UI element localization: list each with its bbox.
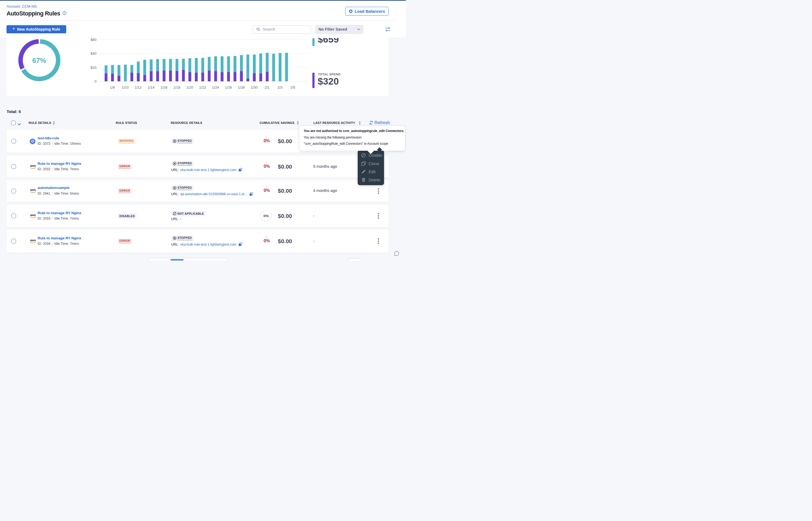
- svg-text:aws: aws: [30, 239, 36, 242]
- svg-text:aws: aws: [30, 213, 36, 217]
- svg-text:aws: aws: [30, 188, 36, 191]
- svg-text:aws: aws: [30, 164, 36, 167]
